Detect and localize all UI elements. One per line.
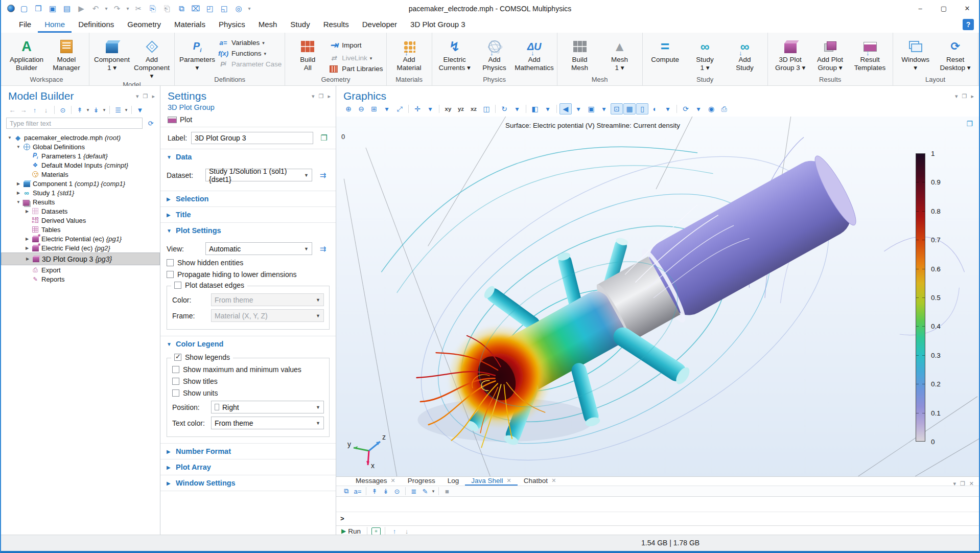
show-output-icon[interactable]: ≡ [371,527,381,535]
view-options-icon[interactable]: ⇉ [316,243,330,255]
menu-physics[interactable]: Physics [212,17,252,33]
close-icon[interactable]: ✕ [969,480,974,487]
menu-definitions[interactable]: Definitions [72,17,121,33]
overflow-icon[interactable]: ▾ [246,3,252,15]
tab-chatbot[interactable]: Chatbot✕ [518,477,563,486]
component-button[interactable]: Component1 ▾ [92,36,131,72]
run-button[interactable]: Run [348,527,361,535]
textcolor-select[interactable]: From theme▼ [211,417,324,429]
position-select[interactable]: Right▼ [211,401,324,413]
section-title[interactable]: ▶ Title [160,207,336,222]
caret-icon[interactable]: ▾ [103,3,109,15]
electric-currents-button[interactable]: ↯ElectricCurrents ▾ [435,36,474,72]
section-color-legend[interactable]: ▼ Color Legend [160,336,336,352]
tree-item-electric-potential-ec[interactable]: ▶Electric Potential (ec){pg1} [1,234,160,243]
dropdown-icon[interactable]: ▾ [312,93,315,100]
collapse-sort-icon[interactable]: ↟ [369,486,380,496]
chevron-down-icon[interactable]: ▼ [15,200,22,204]
variables-button[interactable]: a=Variables▾ [218,39,282,47]
view-xy-icon[interactable]: xy [442,103,454,114]
delete-icon[interactable]: ⌧ [189,3,202,15]
menu-file[interactable]: File [12,17,38,33]
caret-icon[interactable]: ▾ [431,486,435,496]
comsol-logo-icon[interactable] [5,3,16,15]
zoom-in-icon[interactable]: ⊕ [342,103,355,114]
chevron-down-icon[interactable]: ▼ [6,135,13,140]
tree-item-component-1[interactable]: ▶Component 1(comp1) {comp1} [1,179,160,188]
variables-small-icon[interactable]: a= [353,486,363,496]
model-manager-button[interactable]: ModelManager [47,36,86,72]
menu-geometry[interactable]: Geometry [121,17,168,33]
dropdown-icon[interactable]: ▾ [955,93,958,100]
tree-item-materials[interactable]: Materials [1,170,160,179]
dataset-options-icon[interactable]: ⇉ [316,169,330,181]
duplicate-icon[interactable]: ⧉ [175,3,188,15]
chevron-down-icon[interactable]: ▼ [15,145,22,149]
selection-mode-icon[interactable]: ◀ [559,103,572,114]
section-number-format[interactable]: ▶ Number Format [160,444,336,459]
open-file-icon[interactable]: ❒ [32,3,45,15]
grid-icon[interactable]: ▦ [623,103,636,114]
chevron-right-icon[interactable]: ▶ [24,246,31,250]
nav-forward-icon[interactable]: → [18,105,29,115]
legend-bar-icon[interactable]: ▯ [636,103,648,114]
plot-clipboard-icon[interactable]: ❐ [966,120,973,128]
part-libraries-button[interactable]: Part Libraries [328,65,383,73]
propagate-hiding-checkbox[interactable] [167,271,174,278]
select-lines-icon[interactable]: ≣ [409,486,419,496]
close-tab-icon[interactable]: ✕ [551,477,556,484]
java-shell-console[interactable]: > [336,496,979,526]
zoom-extents-icon[interactable]: ⤢ [393,103,406,114]
caret-icon[interactable]: ▾ [511,103,523,114]
console-prompt[interactable]: > [336,512,979,525]
mesh-button[interactable]: ▲Mesh1 ▾ [600,36,639,72]
console-empty-line[interactable] [336,497,979,512]
section-selection[interactable]: ▶ Selection [160,191,336,206]
add-material-button[interactable]: ↓AddMaterial [390,36,429,72]
chevron-right-icon[interactable]: ▶ [24,257,31,261]
view-xz-icon[interactable]: xz [468,103,480,114]
float-icon[interactable]: ❐ [962,93,967,100]
run-play-icon[interactable]: ▶ [341,527,346,535]
rename-icon[interactable]: ❐ [317,132,331,144]
scene-config-icon[interactable]: ◧ [529,103,541,114]
clear-console-icon[interactable]: ✎ [420,486,430,496]
view-select[interactable]: Automatic▼ [205,242,312,255]
menu-materials[interactable]: Materials [168,17,212,33]
section-data[interactable]: ▼ Data [160,149,336,165]
tree-item-3d-plot-group-3[interactable]: ▶3D Plot Group 3{pg3} [1,252,160,265]
show-legends-checkbox[interactable] [174,354,181,361]
caret-icon[interactable]: ▾ [542,103,554,114]
plot-group-3d-button[interactable]: 3D PlotGroup 3 ▾ [771,36,810,72]
reset-desktop-button[interactable]: ⟳ResetDesktop ▾ [936,36,975,72]
collapse-panel-icon[interactable]: ▸ [328,93,331,100]
deselect-frame-icon[interactable]: ◱ [218,3,231,15]
tree-filter-input[interactable] [6,118,143,129]
chevron-right-icon[interactable]: ▶ [15,181,22,186]
dataset-select[interactable]: Study 1/Solution 1 (sol1) {dset1}▼ [205,169,312,181]
caret-icon[interactable]: ▾ [598,103,610,114]
move-up-icon[interactable]: ↑ [30,105,40,115]
view-yz-icon[interactable]: yz [455,103,467,114]
close-tab-icon[interactable]: ✕ [391,477,395,484]
caret-icon[interactable]: ▾ [86,105,90,115]
collapse-sort-icon[interactable]: ↟ [75,105,85,115]
axes-indicator-icon[interactable]: ⊡ [611,103,623,114]
tree-item-export[interactable]: ⎙Export [1,265,160,274]
zoom-box-icon[interactable]: ⊞ [368,103,380,114]
copy-icon[interactable]: ⎘ [146,3,159,15]
application-builder-button[interactable]: AApplicationBuilder [7,36,46,72]
tree-item-results[interactable]: ▼Results [1,197,160,206]
tree-item-datasets[interactable]: ▶Datasets [1,206,160,216]
parameters-button[interactable]: PiParameters▾ [178,36,217,72]
dropdown-icon[interactable]: ▾ [136,93,139,100]
refresh-tree-icon[interactable]: ⟳ [146,118,156,128]
rotate-icon[interactable]: ↻ [498,103,510,114]
add-plot-group-button[interactable]: Add PlotGroup ▾ [811,36,850,72]
new-file-icon[interactable]: ▢ [17,3,31,15]
undo-icon[interactable]: ↶ [89,3,102,15]
redo-icon[interactable]: ↷ [110,3,124,15]
section-plot-settings[interactable]: ▼ Plot Settings [160,223,336,238]
chevron-right-icon[interactable]: ▶ [24,237,31,241]
movie-icon[interactable]: ◫ [480,103,493,114]
